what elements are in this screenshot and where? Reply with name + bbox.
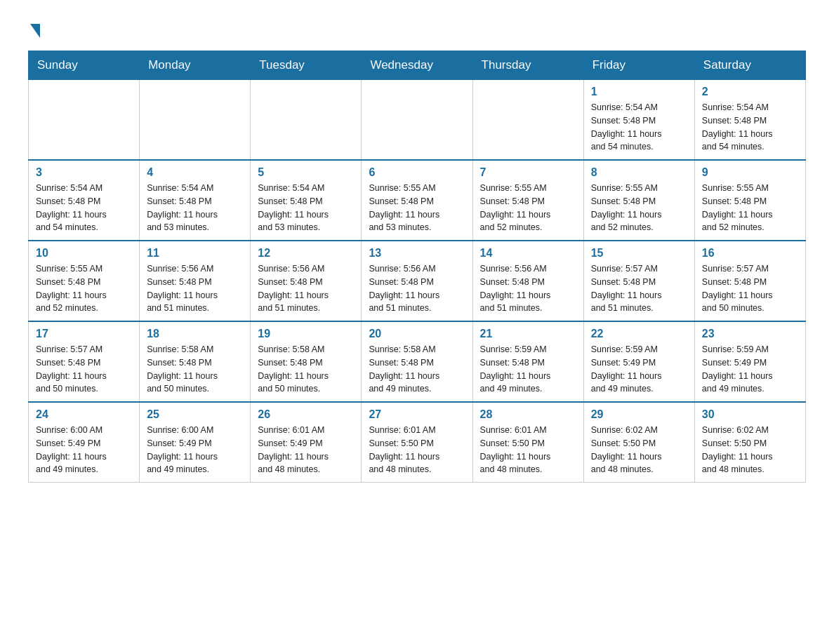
day-info: Sunrise: 5:56 AM Sunset: 5:48 PM Dayligh… [258, 262, 354, 315]
day-number: 12 [258, 247, 354, 260]
day-number: 23 [702, 328, 798, 340]
calendar-cell: 19Sunrise: 5:58 AM Sunset: 5:48 PM Dayli… [251, 321, 362, 402]
calendar-cell: 8Sunrise: 5:55 AM Sunset: 5:48 PM Daylig… [583, 160, 694, 241]
calendar-cell: 12Sunrise: 5:56 AM Sunset: 5:48 PM Dayli… [251, 241, 362, 321]
calendar-week-row: 3Sunrise: 5:54 AM Sunset: 5:48 PM Daylig… [29, 160, 806, 241]
day-number: 24 [36, 408, 132, 421]
calendar-cell [29, 80, 140, 161]
calendar-week-row: 10Sunrise: 5:55 AM Sunset: 5:48 PM Dayli… [29, 241, 806, 321]
column-header-tuesday: Tuesday [251, 51, 362, 80]
day-number: 5 [258, 166, 354, 179]
column-header-thursday: Thursday [472, 51, 583, 80]
day-info: Sunrise: 5:56 AM Sunset: 5:48 PM Dayligh… [369, 262, 465, 315]
calendar-cell: 29Sunrise: 6:02 AM Sunset: 5:50 PM Dayli… [583, 402, 694, 483]
calendar-cell: 16Sunrise: 5:57 AM Sunset: 5:48 PM Dayli… [694, 241, 805, 321]
day-number: 27 [369, 408, 465, 421]
day-info: Sunrise: 5:55 AM Sunset: 5:48 PM Dayligh… [36, 262, 132, 315]
day-info: Sunrise: 5:55 AM Sunset: 5:48 PM Dayligh… [591, 182, 687, 234]
day-number: 15 [591, 247, 687, 260]
day-number: 11 [147, 247, 243, 260]
logo [28, 21, 40, 36]
day-number: 20 [369, 328, 465, 340]
day-info: Sunrise: 6:01 AM Sunset: 5:49 PM Dayligh… [258, 424, 354, 476]
column-header-friday: Friday [583, 51, 694, 80]
calendar-cell: 1Sunrise: 5:54 AM Sunset: 5:48 PM Daylig… [583, 80, 694, 161]
calendar-week-row: 17Sunrise: 5:57 AM Sunset: 5:48 PM Dayli… [29, 321, 806, 402]
calendar-cell: 14Sunrise: 5:56 AM Sunset: 5:48 PM Dayli… [472, 241, 583, 321]
day-info: Sunrise: 6:00 AM Sunset: 5:49 PM Dayligh… [36, 424, 132, 476]
day-info: Sunrise: 5:56 AM Sunset: 5:48 PM Dayligh… [147, 262, 243, 315]
calendar-cell: 11Sunrise: 5:56 AM Sunset: 5:48 PM Dayli… [140, 241, 251, 321]
day-number: 1 [591, 86, 687, 98]
calendar-week-row: 1Sunrise: 5:54 AM Sunset: 5:48 PM Daylig… [29, 80, 806, 161]
column-header-sunday: Sunday [29, 51, 140, 80]
day-info: Sunrise: 5:54 AM Sunset: 5:48 PM Dayligh… [36, 182, 132, 234]
column-header-saturday: Saturday [694, 51, 805, 80]
day-number: 25 [147, 408, 243, 421]
calendar-cell: 28Sunrise: 6:01 AM Sunset: 5:50 PM Dayli… [472, 402, 583, 483]
day-info: Sunrise: 5:58 AM Sunset: 5:48 PM Dayligh… [258, 343, 354, 396]
calendar-cell [362, 80, 472, 161]
day-info: Sunrise: 5:54 AM Sunset: 5:48 PM Dayligh… [591, 101, 687, 154]
calendar-cell: 26Sunrise: 6:01 AM Sunset: 5:49 PM Dayli… [251, 402, 362, 483]
calendar-cell: 13Sunrise: 5:56 AM Sunset: 5:48 PM Dayli… [362, 241, 472, 321]
day-number: 7 [480, 166, 576, 179]
calendar-cell: 2Sunrise: 5:54 AM Sunset: 5:48 PM Daylig… [694, 80, 805, 161]
calendar-cell [251, 80, 362, 161]
calendar-cell: 30Sunrise: 6:02 AM Sunset: 5:50 PM Dayli… [694, 402, 805, 483]
day-number: 8 [591, 166, 687, 179]
calendar-cell: 22Sunrise: 5:59 AM Sunset: 5:49 PM Dayli… [583, 321, 694, 402]
calendar-cell: 25Sunrise: 6:00 AM Sunset: 5:49 PM Dayli… [140, 402, 251, 483]
calendar-cell: 20Sunrise: 5:58 AM Sunset: 5:48 PM Dayli… [362, 321, 472, 402]
day-info: Sunrise: 6:01 AM Sunset: 5:50 PM Dayligh… [369, 424, 465, 476]
day-number: 17 [36, 328, 132, 340]
calendar-cell: 4Sunrise: 5:54 AM Sunset: 5:48 PM Daylig… [140, 160, 251, 241]
calendar-cell: 23Sunrise: 5:59 AM Sunset: 5:49 PM Dayli… [694, 321, 805, 402]
day-info: Sunrise: 6:01 AM Sunset: 5:50 PM Dayligh… [480, 424, 576, 476]
calendar-header-row: SundayMondayTuesdayWednesdayThursdayFrid… [29, 51, 806, 80]
column-header-wednesday: Wednesday [362, 51, 472, 80]
day-number: 13 [369, 247, 465, 260]
calendar-cell: 10Sunrise: 5:55 AM Sunset: 5:48 PM Dayli… [29, 241, 140, 321]
day-number: 29 [591, 408, 687, 421]
day-info: Sunrise: 5:59 AM Sunset: 5:48 PM Dayligh… [480, 343, 576, 396]
day-number: 26 [258, 408, 354, 421]
day-info: Sunrise: 6:02 AM Sunset: 5:50 PM Dayligh… [591, 424, 687, 476]
day-number: 28 [480, 408, 576, 421]
calendar-cell: 24Sunrise: 6:00 AM Sunset: 5:49 PM Dayli… [29, 402, 140, 483]
day-number: 3 [36, 166, 132, 179]
day-number: 19 [258, 328, 354, 340]
day-info: Sunrise: 5:59 AM Sunset: 5:49 PM Dayligh… [702, 343, 798, 396]
day-info: Sunrise: 5:57 AM Sunset: 5:48 PM Dayligh… [36, 343, 132, 396]
day-info: Sunrise: 5:55 AM Sunset: 5:48 PM Dayligh… [480, 182, 576, 234]
calendar-cell: 15Sunrise: 5:57 AM Sunset: 5:48 PM Dayli… [583, 241, 694, 321]
day-number: 14 [480, 247, 576, 260]
calendar-table: SundayMondayTuesdayWednesdayThursdayFrid… [28, 51, 806, 483]
day-number: 18 [147, 328, 243, 340]
day-number: 21 [480, 328, 576, 340]
calendar-cell: 18Sunrise: 5:58 AM Sunset: 5:48 PM Dayli… [140, 321, 251, 402]
day-info: Sunrise: 5:54 AM Sunset: 5:48 PM Dayligh… [258, 182, 354, 234]
day-number: 6 [369, 166, 465, 179]
calendar-cell: 17Sunrise: 5:57 AM Sunset: 5:48 PM Dayli… [29, 321, 140, 402]
calendar-cell: 9Sunrise: 5:55 AM Sunset: 5:48 PM Daylig… [694, 160, 805, 241]
calendar-cell: 27Sunrise: 6:01 AM Sunset: 5:50 PM Dayli… [362, 402, 472, 483]
day-number: 16 [702, 247, 798, 260]
calendar-cell: 3Sunrise: 5:54 AM Sunset: 5:48 PM Daylig… [29, 160, 140, 241]
day-number: 4 [147, 166, 243, 179]
day-info: Sunrise: 5:58 AM Sunset: 5:48 PM Dayligh… [147, 343, 243, 396]
calendar-cell [140, 80, 251, 161]
logo-arrow-icon [30, 24, 40, 38]
day-number: 10 [36, 247, 132, 260]
day-info: Sunrise: 5:55 AM Sunset: 5:48 PM Dayligh… [702, 182, 798, 234]
calendar-cell: 7Sunrise: 5:55 AM Sunset: 5:48 PM Daylig… [472, 160, 583, 241]
day-info: Sunrise: 5:59 AM Sunset: 5:49 PM Dayligh… [591, 343, 687, 396]
day-info: Sunrise: 6:02 AM Sunset: 5:50 PM Dayligh… [702, 424, 798, 476]
day-info: Sunrise: 5:55 AM Sunset: 5:48 PM Dayligh… [369, 182, 465, 234]
calendar-cell [472, 80, 583, 161]
calendar-cell: 21Sunrise: 5:59 AM Sunset: 5:48 PM Dayli… [472, 321, 583, 402]
column-header-monday: Monday [140, 51, 251, 80]
day-info: Sunrise: 5:57 AM Sunset: 5:48 PM Dayligh… [591, 262, 687, 315]
day-info: Sunrise: 5:56 AM Sunset: 5:48 PM Dayligh… [480, 262, 576, 315]
page-header [28, 21, 806, 36]
